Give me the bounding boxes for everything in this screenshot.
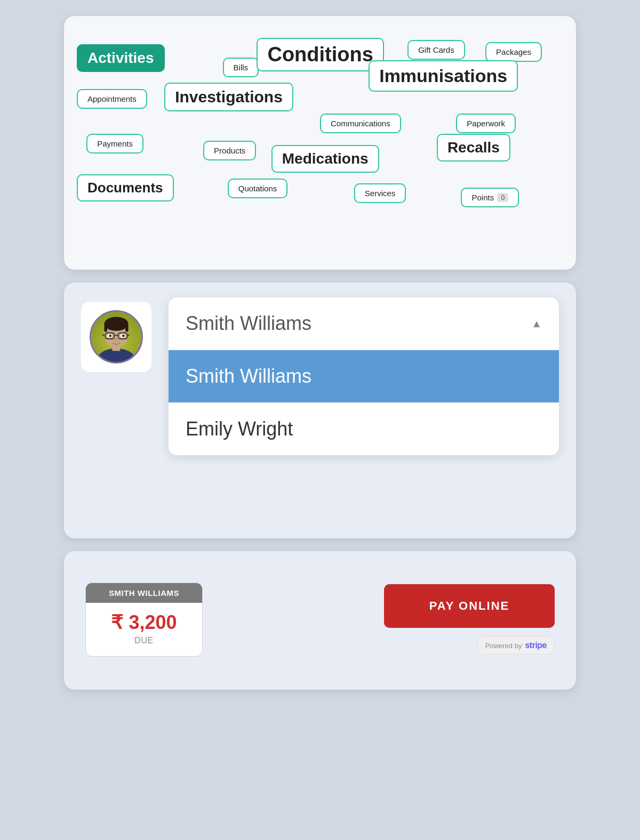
pay-online-button[interactable]: PAY ONLINE bbox=[384, 584, 555, 628]
tag-bills[interactable]: Bills bbox=[223, 58, 259, 77]
pay-section: PAY ONLINE Powered by stripe bbox=[384, 584, 555, 655]
tag-packages[interactable]: Packages bbox=[485, 42, 542, 62]
tag-cloud-panel: Activities Bills Conditions Gift Cards P… bbox=[64, 16, 576, 270]
svg-line-10 bbox=[102, 335, 105, 335]
svg-point-14 bbox=[109, 335, 111, 337]
tag-recalls[interactable]: Recalls bbox=[437, 134, 510, 161]
dropdown-item-emily-wright[interactable]: Emily Wright bbox=[169, 402, 559, 455]
tag-paperwork[interactable]: Paperwork bbox=[456, 114, 516, 133]
user-avatar bbox=[90, 310, 143, 364]
tag-documents[interactable]: Documents bbox=[77, 174, 174, 201]
bill-patient-name: SMITH WILLIAMS bbox=[86, 583, 202, 603]
tag-products[interactable]: Products bbox=[203, 141, 256, 160]
tag-services[interactable]: Services bbox=[354, 183, 406, 203]
tag-communications[interactable]: Communications bbox=[320, 114, 401, 133]
tag-appointments[interactable]: Appointments bbox=[77, 89, 147, 109]
payment-panel: SMITH WILLIAMS ₹ 3,200 DUE PAY ONLINE Po… bbox=[64, 551, 576, 690]
stripe-badge: Powered by stripe bbox=[477, 636, 555, 655]
user-dropdown[interactable]: Smith Williams ▲ Smith Williams Emily Wr… bbox=[169, 297, 559, 455]
tag-quotations[interactable]: Quotations bbox=[228, 179, 288, 198]
tag-investigations[interactable]: Investigations bbox=[164, 83, 293, 111]
tag-payments[interactable]: Payments bbox=[86, 134, 143, 154]
bill-due-label: DUE bbox=[99, 636, 189, 645]
svg-point-15 bbox=[122, 335, 125, 337]
tag-cloud: Activities Bills Conditions Gift Cards P… bbox=[77, 31, 563, 255]
svg-point-4 bbox=[104, 317, 128, 330]
tag-immunisations[interactable]: Immunisations bbox=[369, 60, 518, 92]
svg-rect-6 bbox=[125, 324, 129, 332]
bill-card: SMITH WILLIAMS ₹ 3,200 DUE bbox=[85, 583, 203, 657]
user-selector-panel: Smith Williams ▲ Smith Williams Emily Wr… bbox=[64, 282, 576, 538]
dropdown-header[interactable]: Smith Williams ▲ bbox=[169, 297, 559, 350]
tag-medications[interactable]: Medications bbox=[271, 145, 379, 173]
stripe-logo-text: stripe bbox=[525, 641, 547, 650]
svg-point-16 bbox=[115, 339, 118, 341]
dropdown-selected-text: Smith Williams bbox=[186, 312, 311, 335]
points-badge: 0 bbox=[497, 193, 508, 202]
dropdown-arrow-icon: ▲ bbox=[531, 318, 542, 330]
svg-line-11 bbox=[127, 335, 130, 335]
tag-activities[interactable]: Activities bbox=[77, 44, 165, 72]
tag-conditions[interactable]: Conditions bbox=[257, 38, 383, 71]
powered-by-label: Powered by bbox=[485, 642, 522, 650]
tag-points[interactable]: Points 0 bbox=[461, 188, 519, 207]
tag-gift-cards[interactable]: Gift Cards bbox=[407, 40, 465, 60]
svg-rect-5 bbox=[104, 324, 107, 332]
bill-card-body: ₹ 3,200 DUE bbox=[86, 603, 202, 656]
avatar-container bbox=[81, 302, 151, 372]
dropdown-item-smith-williams[interactable]: Smith Williams bbox=[169, 350, 559, 402]
bill-amount: ₹ 3,200 bbox=[99, 611, 189, 634]
